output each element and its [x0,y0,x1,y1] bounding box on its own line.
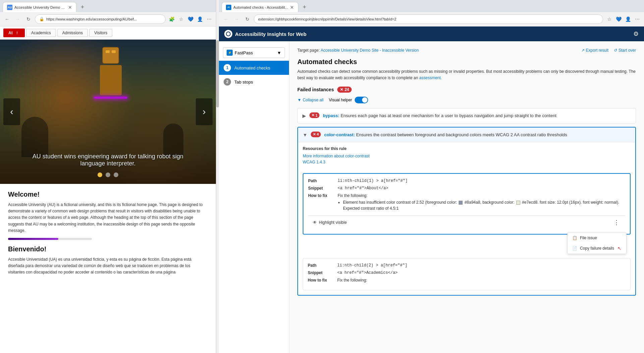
site-tab-about[interactable]: At ! [3,29,25,37]
assessment-link[interactable]: assessment. [419,75,442,80]
site-tab-visitors[interactable]: Visitors [89,29,112,37]
fastpass-dropdown[interactable]: ⚡ FastPass ▼ [223,47,285,58]
visual-helper-control: Visual helper [329,97,368,103]
sidebar-item-automated-checks-label: Automated checks [234,65,270,70]
next-snippet-value: <a href="#">Academics</a> [337,270,398,275]
forward-button-left[interactable]: → [13,15,22,23]
highlight-visible-button[interactable]: 👁 Highlight visible [313,220,347,225]
more-button-right[interactable]: ⋯ [633,15,641,23]
panel-body: ⚡ FastPass ▼ 1 Automated checks 2 Tab st… [219,41,644,353]
visual-helper-label: Visual helper [329,98,352,102]
copy-failure-item[interactable]: 📄 Copy failure details ↖ [568,243,626,254]
start-over-button[interactable]: ↺ Start over [614,48,636,53]
right-tab-favicon: AI [226,5,231,10]
profile-icon[interactable]: 👤 [196,15,204,23]
next-how-to-fix-label: How to fix [308,278,335,283]
carousel-dot-1[interactable] [98,172,102,177]
site-tab-admissions[interactable]: Admissions [57,29,88,37]
more-options-button[interactable]: ⋮ [612,218,621,226]
target-page-label-text: Target page: [297,48,320,53]
failed-count: 24 [345,87,349,92]
left-browser-chrome: AU Accessible University Demo Site ✕ + ←… [0,0,216,27]
fix-detail-text: Element has insufficient color contrast … [343,200,458,205]
how-to-fix-list: Element has insufficient color contrast … [343,199,625,211]
main-panel: Target page: Accessible University Demo … [289,41,644,353]
site-tab-academics[interactable]: Academics [26,29,56,37]
right-address-bar: ← → ↻ extension://ghbhpcookfemncgoinjble… [219,12,644,26]
address-input-right[interactable]: extension://ghbhpcookfemncgoinjblecnilpp… [254,14,603,24]
left-tab-close[interactable]: ✕ [68,5,72,10]
page-text-area: Welcome! Accessible University (AU) is a… [0,184,216,287]
more-button-left[interactable]: ⋯ [205,15,213,23]
extensions-icon[interactable]: 🧩 [168,15,176,23]
how-to-fix-label: How to fix [308,193,335,213]
refresh-button-right[interactable]: ↻ [243,15,252,23]
next-path-label: Path [308,263,335,268]
welcome-heading: Welcome! [8,191,208,198]
export-result-button[interactable]: ↗ Export result [581,48,608,53]
bienvenido-heading: Bienvenido! [8,245,208,253]
rule-color-contrast-expand-icon: ▼ [303,132,307,138]
left-scrollbar[interactable] [216,0,219,353]
rule-bypass-header[interactable]: ▶ ✕ 1 bypass: Ensures each page has at l… [298,108,636,123]
favorites-heart-right[interactable]: 💙 [614,15,623,23]
rule-bypass-name: bypass: [323,113,339,118]
panel-logo-inner [226,32,231,36]
carousel-dot-2[interactable] [106,172,110,177]
right-tab-close[interactable]: ✕ [290,5,294,10]
favorites-icon[interactable]: ☆ [177,15,185,23]
settings-button[interactable]: ⚙ [633,30,639,38]
back-button-right[interactable]: ← [222,15,230,23]
resource-link-color-contrast[interactable]: More information about color-contrast [303,154,631,158]
instance-box-1: Path li:nth-child(1) > a[href="#"] Snipp… [303,173,631,235]
bienvenido-text: Accesible Universidad (UA) es una univer… [8,256,208,276]
rule-color-contrast-desc: Ensures the contrast between foreground … [356,132,567,137]
failed-label: Failed instances [297,87,334,92]
site-tab-error-badge: ! [14,30,20,36]
carousel-dots [98,172,118,177]
site-tab-about-label: At [8,31,13,35]
how-to-fix-title: Fix the following: [338,193,367,198]
fastpass-label-area: ⚡ FastPass [227,50,253,56]
eye-icon: 👁 [313,220,317,225]
robot-figure [91,47,131,121]
new-tab-button-left[interactable]: + [78,2,87,12]
sidebar-item-tab-stops[interactable]: 2 Tab stops [219,75,289,89]
fastpass-label: FastPass [235,50,253,55]
copy-icon: 📄 [572,246,577,251]
collections-icon[interactable]: 💙 [186,15,194,23]
carousel-dot-3[interactable] [114,172,118,177]
refresh-button-left[interactable]: ↻ [24,15,33,23]
context-menu: 📋 File issue 📄 Copy failure details ↖ [567,233,627,254]
welcome-text: Accessible University (AU) is a fictiona… [8,202,208,234]
url-text-left: https://www.washington.edu/accesscomputi… [46,17,137,21]
target-page-link[interactable]: Accessible University Demo Site - Inacce… [320,48,419,53]
forward-button-right[interactable]: → [232,15,241,23]
rule-color-contrast-header[interactable]: ▼ ✕ 4 color-contrast: Ensures the contra… [298,128,635,142]
favorites-star-right[interactable]: ☆ [605,15,613,23]
visual-helper-toggle[interactable] [355,97,368,103]
step-1-badge: 1 [224,64,231,71]
right-browser-tab[interactable]: AI Automated checks - Accessibilit... ✕ [222,2,298,12]
start-over-label: Start over [619,48,636,53]
sidebar-item-automated-checks[interactable]: 1 Automated checks [219,61,289,75]
bg-color-swatch [516,201,520,205]
carousel-prev-button[interactable]: ‹ [3,98,20,125]
left-address-bar: ← → ↻ 🔒 https://www.washington.edu/acces… [0,12,216,26]
progress-fill [8,238,58,240]
profile-icon-right[interactable]: 👤 [624,15,632,23]
next-path-value: li:nth-child(2) > a[href="#"] [337,263,407,268]
back-button-left[interactable]: ← [3,15,11,23]
address-input-left[interactable]: 🔒 https://www.washington.edu/accesscompu… [35,14,166,24]
toggle-knob [362,97,367,103]
right-browser-chrome: AI Automated checks - Accessibilit... ✕ … [219,0,644,27]
collapse-all-button[interactable]: ▼ Collapse all [297,98,324,102]
carousel-next-button[interactable]: › [196,98,213,125]
left-browser-tab[interactable]: AU Accessible University Demo Site ✕ [3,2,76,12]
resource-link-wcag[interactable]: WCAG 1.4.3 [303,160,631,164]
path-value: li:nth-child(1) > a[href="#"] [338,179,408,183]
new-tab-button-right[interactable]: + [300,2,309,12]
file-icon: 📋 [572,236,577,240]
sidebar: ⚡ FastPass ▼ 1 Automated checks 2 Tab st… [219,41,289,353]
file-issue-item[interactable]: 📋 File issue [568,233,626,243]
